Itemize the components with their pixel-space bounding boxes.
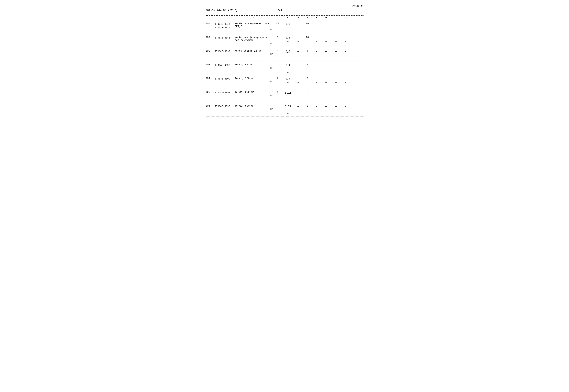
row-col9: — — [321, 63, 331, 71]
row-col8: — — [312, 22, 321, 30]
row-desc: То же, 50 мл ШТ [235, 63, 273, 69]
row-col4: 4 [273, 63, 282, 66]
col-header-4: 4 [273, 16, 282, 19]
row-desc: Колба плоскодонная типа ПКТ,П ШТ [235, 22, 273, 31]
row-col11: — — [341, 63, 350, 71]
col-header-9: 9 [321, 16, 331, 19]
row-id: IO4 [206, 77, 215, 80]
row-col6: — — [294, 50, 303, 57]
col-header-5: 5 [282, 16, 294, 19]
col-header-10: IO [331, 16, 341, 19]
row-code: I70648-4099 [215, 50, 235, 53]
table-row: IO3 I70648-4099 То же, 50 мл ШТ 4 0,4 — … [206, 62, 363, 75]
header-line: 90I-3- 244.88 (IX.2) 244 [206, 9, 363, 12]
row-col4: 4 [273, 91, 282, 94]
doc-number: 23167-11 [206, 5, 363, 8]
row-id: IOI [206, 36, 215, 39]
row-col8: — — [312, 50, 321, 57]
col-header-1: I [206, 16, 215, 19]
row-col9: — — [321, 91, 331, 98]
column-headers-row: I 2 3 4 5 6 7 8 9 IO II [206, 15, 363, 20]
col-header-2: 2 [215, 16, 235, 19]
row-col9: — — [321, 36, 331, 43]
table-row: IO2 I70648-4099 Колба мерная 25 мл ШТ 4 … [206, 48, 363, 62]
col-header-11: II [341, 16, 350, 19]
row-col4: I5 [273, 22, 282, 25]
row-id: IO3 [206, 63, 215, 66]
row-col7: 2 [303, 63, 312, 66]
row-code: I70648-4099 [215, 63, 235, 67]
row-col5: 0,55 — — [282, 105, 294, 115]
row-col8: — — [312, 91, 321, 98]
row-col11: — — [341, 105, 350, 112]
row-col9: — — [321, 77, 331, 84]
row-col7: 2 [303, 105, 312, 107]
row-col10: — — [331, 50, 341, 57]
row-col7: IO [303, 36, 312, 39]
header-center: 244 [277, 9, 282, 12]
row-col11: — — [341, 91, 350, 98]
header-left: 90I-3- 244.88 (IX.2) [206, 9, 238, 12]
row-col10: — — [331, 36, 341, 43]
row-col5: I,6 — — [282, 36, 294, 47]
row-col8: — — [312, 105, 321, 112]
row-code: I70648-4099 [215, 105, 235, 108]
row-col4: 4 [273, 50, 282, 53]
row-col6: — — [294, 63, 303, 71]
row-col7: I6 [303, 22, 312, 25]
row-col10: — — [331, 22, 341, 30]
row-col7: 4 [303, 50, 312, 53]
col-header-6: 6 [294, 16, 303, 19]
row-desc: То же, 500 мл ШТ [235, 105, 273, 111]
page-container: 23167-11 90I-3- 244.88 (IX.2) 244 I 2 3 … [206, 5, 363, 116]
row-desc: То же, IO0 мл ШТ [235, 77, 273, 83]
row-col8: — — [312, 63, 321, 71]
row-id: IO2 [206, 50, 215, 53]
row-col6: — — [294, 22, 303, 30]
table-row: I00 I70648-42I4 I70648-4I74 Колба плоско… [206, 21, 363, 34]
row-col5: 0,4 — — [282, 63, 294, 74]
row-col8: — — [312, 77, 321, 84]
row-col4: 4 [273, 105, 282, 107]
row-col8: — — [312, 36, 321, 43]
row-id: I00 [206, 22, 215, 25]
row-id: IO6 [206, 105, 215, 107]
row-col10: — — [331, 63, 341, 71]
table-body: I00 I70648-42I4 I70648-4I74 Колба плоско… [206, 21, 363, 116]
row-code: I70648-4099 [215, 91, 235, 94]
row-col11: — — [341, 50, 350, 57]
row-col5: 0,9 — — [282, 50, 294, 61]
row-col9: — — [321, 105, 331, 112]
row-col5: 0,45 — — [282, 91, 294, 102]
row-col11: — — [341, 77, 350, 84]
row-col10: — — [331, 105, 341, 112]
row-col6: — — [294, 91, 303, 98]
row-col10: — — [331, 91, 341, 98]
row-col5: I,I — — [282, 22, 294, 33]
table-row: IO4 I70648-4099 То же, IO0 мл ШТ 4 0,4 —… [206, 75, 363, 89]
row-col7: 2 [303, 91, 312, 94]
table-row: IOI I70648-4086 Колба для фильтрования п… [206, 34, 363, 48]
row-col4: 6 [273, 36, 282, 39]
row-col9: — — [321, 50, 331, 57]
row-code: I70648-42I4 I70648-4I74 [215, 22, 235, 30]
row-desc: То же, 250 мл ШТ [235, 91, 273, 97]
row-col6: — — [294, 36, 303, 43]
row-col11: — — [341, 36, 350, 43]
row-col5: 0,4 — — [282, 77, 294, 88]
row-id: IO5 [206, 91, 215, 94]
col-header-3: 3 [235, 16, 273, 19]
table-row: IO5 I70648-4099 То же, 250 мл ШТ 4 0,45 … [206, 89, 363, 103]
row-code: I70648-4086 [215, 36, 235, 40]
row-col11: — — [341, 22, 350, 30]
col-header-8: 8 [312, 16, 321, 19]
row-col6: — — [294, 77, 303, 84]
row-col10: — — [331, 77, 341, 84]
row-col7: 2 [303, 77, 312, 80]
col-header-7: 7 [303, 16, 312, 19]
row-desc: Колба для фильтрования под вакуумом ШТ [235, 36, 273, 45]
row-col9: — — [321, 22, 331, 30]
row-desc: Колба мерная 25 мл ШТ [235, 50, 273, 56]
row-col6: — — [294, 105, 303, 112]
row-code: I70648-4099 [215, 77, 235, 81]
